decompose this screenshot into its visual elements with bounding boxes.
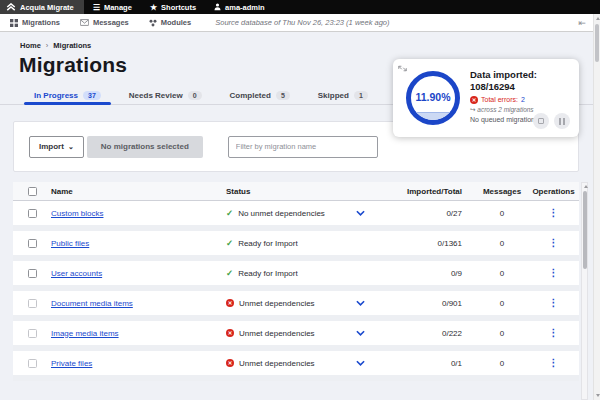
status-check-icon: ✓: [226, 238, 233, 248]
operations-kebab-icon[interactable]: ⋮: [549, 297, 559, 308]
tab-completed[interactable]: Completed5: [216, 86, 304, 104]
toolbar-item-label: Migrations: [22, 18, 60, 27]
selection-label: No migrations selected: [101, 142, 189, 151]
operations-kebab-icon[interactable]: ⋮: [549, 267, 559, 278]
toolbar-item-messages[interactable]: Messages: [70, 18, 139, 27]
breadcrumb-home-link[interactable]: Home: [20, 41, 41, 50]
pause-button[interactable]: [554, 113, 570, 129]
toolbar-item-modules[interactable]: Modules: [139, 18, 201, 27]
brand-label: Acquia Migrate: [20, 3, 74, 12]
expand-chevron-icon[interactable]: [356, 300, 365, 306]
operations-kebab-icon[interactable]: ⋮: [549, 237, 559, 248]
select-all-checkbox[interactable]: [28, 187, 37, 196]
migration-name-link[interactable]: Image media items: [51, 329, 119, 338]
admin-toolbar: Acquia Migrate ☰Manage★Shortcutsama-admi…: [0, 0, 600, 14]
tab-skipped[interactable]: Skipped1: [304, 86, 382, 104]
migration-name-link[interactable]: Private files: [51, 359, 92, 368]
breadcrumb: Home › Migrations: [20, 41, 91, 50]
migration-name-link[interactable]: Public files: [51, 239, 89, 248]
admin-item-label: Manage: [104, 3, 132, 12]
toolbar-item-migrations[interactable]: Migrations: [0, 18, 70, 27]
status-error-icon: ✕: [226, 329, 234, 337]
tab-count-badge: 5: [276, 91, 290, 100]
imported-total-value: 0/901: [386, 299, 476, 308]
toolbar-item-label: Messages: [93, 18, 129, 27]
header-imported-total: Imported/Total: [386, 187, 476, 196]
row-checkbox[interactable]: [28, 359, 37, 368]
user-icon: [214, 3, 221, 11]
tab-in-progress[interactable]: In Progress37: [20, 86, 115, 104]
migration-name-link[interactable]: Custom blocks: [51, 209, 103, 218]
row-checkbox[interactable]: [28, 329, 37, 338]
tab-label: Completed: [230, 91, 271, 100]
toolbar-collapse-icon[interactable]: ⇤: [578, 18, 586, 28]
acquia-migrate-brand[interactable]: Acquia Migrate: [0, 0, 84, 14]
admin-item-ama-admin[interactable]: ama-admin: [205, 0, 274, 14]
expand-chevron-icon[interactable]: [356, 360, 365, 366]
page-scrollbar[interactable]: [593, 14, 600, 400]
table-header-row: Name Status Imported/Total Messages Oper…: [13, 182, 579, 201]
progress-fill: [411, 112, 455, 120]
header-name: Name: [51, 187, 226, 196]
table-scrollbar[interactable]: [581, 182, 588, 400]
data-imported-label: Data imported:: [470, 69, 571, 81]
messages-count: 0: [476, 209, 528, 218]
expand-chevron-icon[interactable]: [356, 210, 365, 216]
row-checkbox[interactable]: [28, 269, 37, 278]
messages-count: 0: [476, 329, 528, 338]
table-body: Custom blocks✓No unmet dependencies0/270…: [13, 201, 579, 381]
admin-item-shortcuts[interactable]: ★Shortcuts: [141, 0, 205, 14]
imported-total-value: 0/1: [386, 359, 476, 368]
row-checkbox[interactable]: [28, 209, 37, 218]
table-row: Public files✓Ready for Import0/13610⋮: [13, 231, 579, 261]
breadcrumb-separator: ›: [46, 41, 49, 50]
toolbar-items: MigrationsMessagesModules: [0, 14, 201, 31]
pause-icon: [559, 118, 564, 125]
tab-label: Skipped: [318, 91, 349, 100]
operations-kebab-icon[interactable]: ⋮: [549, 327, 559, 338]
row-checkbox[interactable]: [28, 239, 37, 248]
status-text: Unmet dependencies: [239, 329, 315, 338]
stop-button[interactable]: [533, 113, 549, 129]
migration-name-link[interactable]: Document media items: [51, 299, 133, 308]
row-checkbox[interactable]: [28, 299, 37, 308]
expand-chevron-icon[interactable]: [356, 330, 365, 336]
resize-handle-icon[interactable]: [398, 64, 407, 73]
chevron-down-icon: ⌄: [68, 143, 74, 151]
imported-total-value: 0/27: [386, 209, 476, 218]
total-errors-line[interactable]: ✕ Total errors: 2: [470, 96, 571, 104]
stop-icon: [538, 118, 544, 124]
import-label: Import: [39, 142, 64, 151]
messages-count: 0: [476, 269, 528, 278]
tab-needs-review[interactable]: Needs Review0: [115, 86, 216, 104]
errors-label: Total errors:: [481, 96, 518, 103]
messages-count: 0: [476, 299, 528, 308]
data-imported-card[interactable]: 11.90% Data imported: 108/16294 ✕ Total …: [393, 59, 579, 137]
scroll-down-arrow[interactable]: [596, 394, 600, 397]
progress-ring: 11.90%: [406, 71, 460, 125]
import-dropdown-button[interactable]: Import ⌄: [29, 136, 84, 158]
tab-label: Needs Review: [129, 91, 183, 100]
page-title: Migrations: [19, 53, 127, 77]
breadcrumb-current: Migrations: [53, 41, 91, 50]
status-check-icon: ✓: [226, 268, 233, 278]
operations-kebab-icon[interactable]: ⋮: [549, 357, 559, 368]
migration-filter-input[interactable]: [228, 136, 378, 158]
imported-fraction: 108/16294: [470, 81, 571, 93]
tab-count-badge: 0: [188, 91, 202, 100]
tab-count-badge: 1: [354, 91, 368, 100]
admin-item-manage[interactable]: ☰Manage: [84, 0, 141, 14]
source-database-note: Source database of Thu Nov 26, 23:23 (1 …: [215, 18, 389, 27]
no-migrations-selected-button[interactable]: No migrations selected: [87, 136, 203, 158]
messages-count: 0: [476, 239, 528, 248]
scroll-up-arrow[interactable]: [596, 17, 600, 20]
page-scrollbar-thumb[interactable]: [595, 24, 599, 62]
grid-icon: [10, 19, 18, 27]
header-messages: Messages: [476, 187, 528, 196]
star-icon: ★: [150, 3, 157, 12]
migration-name-link[interactable]: User accounts: [51, 269, 102, 278]
errors-count-link[interactable]: 2: [521, 96, 525, 103]
operations-kebab-icon[interactable]: ⋮: [549, 207, 559, 218]
table-scrollbar-thumb[interactable]: [583, 191, 587, 269]
table-row: Document media items✕Unmet dependencies0…: [13, 291, 579, 321]
